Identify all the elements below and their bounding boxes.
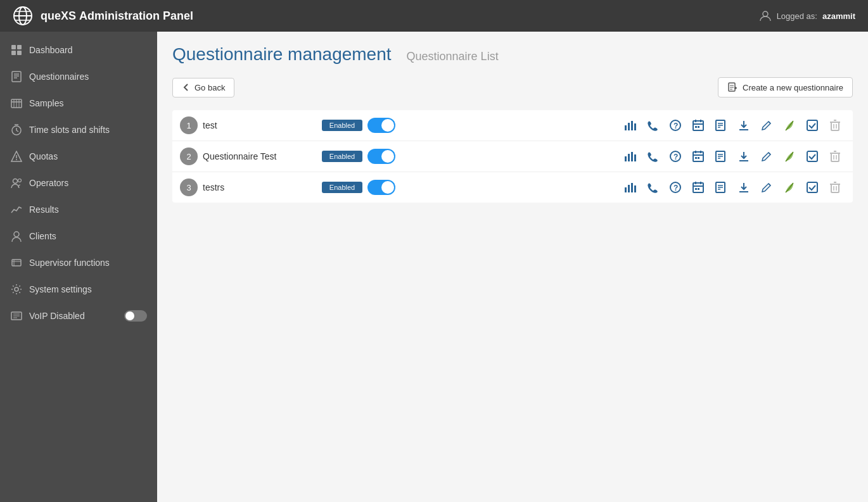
operators-icon <box>10 177 23 189</box>
stats-icon[interactable] <box>620 177 640 198</box>
help-icon[interactable]: ? <box>665 177 686 198</box>
sidebar-item-operators[interactable]: Operators <box>0 170 157 196</box>
header-left: queXS Administration Panel <box>13 6 193 26</box>
svg-line-108 <box>769 184 770 185</box>
download-icon[interactable] <box>734 115 754 135</box>
questionnaire-name: Questionnaire Test <box>203 151 317 161</box>
delete-icon[interactable] <box>825 146 845 166</box>
sidebar-item-dashboard[interactable]: Dashboard <box>0 37 157 63</box>
svg-rect-46 <box>634 123 636 130</box>
checkbox-icon[interactable] <box>802 177 822 198</box>
leaf-icon[interactable] <box>779 115 800 135</box>
svg-rect-93 <box>631 183 633 192</box>
svg-rect-68 <box>628 154 630 161</box>
user-icon <box>759 9 772 22</box>
download-icon[interactable] <box>734 177 754 198</box>
help-icon[interactable]: ? <box>665 146 686 166</box>
notes-icon[interactable] <box>711 115 731 135</box>
questionnaire-name: testrs <box>203 182 317 192</box>
sidebar-item-label: System settings <box>29 284 147 294</box>
svg-rect-54 <box>698 126 699 128</box>
toolbar: Go back Create a new questionnaire <box>172 77 853 97</box>
phone-icon[interactable] <box>642 177 663 198</box>
questionnaire-list: 1 test Enabled <box>172 110 853 203</box>
svg-rect-8 <box>11 51 16 55</box>
svg-line-60 <box>769 122 770 123</box>
active-toggle[interactable] <box>367 149 395 164</box>
sidebar-item-label: Operators <box>29 178 147 188</box>
notes-icon[interactable] <box>711 177 731 198</box>
sidebar: Dashboard Questionnaires <box>0 32 157 502</box>
svg-rect-67 <box>625 156 627 161</box>
sidebar-item-label: Dashboard <box>29 45 147 55</box>
svg-rect-77 <box>695 157 697 159</box>
sidebar-item-label: VoIP Disabled <box>29 311 118 321</box>
svg-text:?: ? <box>673 122 678 130</box>
svg-rect-70 <box>634 154 636 161</box>
create-questionnaire-button[interactable]: Create a new questionnaire <box>718 77 853 97</box>
svg-rect-6 <box>11 45 16 49</box>
svg-rect-49 <box>693 121 703 130</box>
sidebar-item-timeslots[interactable]: Time slots and shifts <box>0 116 157 143</box>
page-header: Questionnaire management Questionnaire L… <box>172 44 853 65</box>
edit-icon[interactable] <box>756 115 777 135</box>
calendar-icon[interactable] <box>688 146 708 166</box>
svg-line-21 <box>16 130 18 132</box>
svg-rect-94 <box>634 185 636 192</box>
active-toggle[interactable] <box>367 118 395 133</box>
sidebar-item-samples[interactable]: Samples <box>0 90 157 116</box>
edit-icon[interactable] <box>756 177 777 198</box>
checkbox-icon[interactable] <box>802 146 822 166</box>
questionnaire-name: test <box>203 120 317 130</box>
svg-rect-45 <box>631 121 633 130</box>
sidebar-item-supervisor[interactable]: Supervisor functions <box>0 249 157 276</box>
checkbox-icon[interactable] <box>802 115 822 135</box>
delete-icon[interactable] <box>825 115 845 135</box>
sidebar-item-quotas[interactable]: Quotas <box>0 143 157 170</box>
notes-icon[interactable] <box>711 146 731 166</box>
sidebar-item-results[interactable]: Results <box>0 196 157 223</box>
quotas-icon <box>10 150 23 163</box>
svg-rect-44 <box>628 123 630 130</box>
svg-rect-86 <box>831 153 839 161</box>
phone-icon[interactable] <box>642 115 663 135</box>
svg-rect-91 <box>625 187 627 192</box>
svg-rect-53 <box>695 126 697 128</box>
sidebar-item-label: Quotas <box>29 151 147 161</box>
edit-icon[interactable] <box>756 146 777 166</box>
chevron-left-icon <box>182 83 191 92</box>
sidebar-item-label: Supervisor functions <box>29 258 147 268</box>
svg-point-5 <box>763 11 768 16</box>
sidebar-item-voip[interactable]: VoIP Disabled <box>0 303 157 329</box>
help-icon[interactable]: ? <box>665 115 686 135</box>
svg-rect-10 <box>12 72 21 82</box>
row-number: 3 <box>180 179 198 196</box>
svg-rect-109 <box>807 182 817 192</box>
delete-icon[interactable] <box>825 177 845 198</box>
svg-point-26 <box>13 179 18 184</box>
action-icons: ? <box>400 146 845 166</box>
sidebar-item-questionnaires[interactable]: Questionnaires <box>0 63 157 90</box>
svg-point-25 <box>16 159 17 160</box>
phone-icon[interactable] <box>642 146 663 166</box>
svg-rect-29 <box>12 260 21 266</box>
svg-rect-101 <box>695 188 697 190</box>
svg-point-27 <box>18 179 22 182</box>
voip-toggle[interactable] <box>124 310 147 322</box>
action-icons: ? <box>400 177 845 198</box>
leaf-icon[interactable] <box>779 177 800 198</box>
sidebar-item-clients[interactable]: Clients <box>0 223 157 249</box>
stats-icon[interactable] <box>620 115 640 135</box>
active-toggle[interactable] <box>367 180 395 195</box>
document-icon <box>727 82 737 92</box>
download-icon[interactable] <box>734 146 754 166</box>
go-back-button[interactable]: Go back <box>172 78 234 97</box>
status-badge: Enabled <box>322 120 362 131</box>
table-row: 1 test Enabled <box>172 110 853 141</box>
calendar-icon[interactable] <box>688 177 708 198</box>
stats-icon[interactable] <box>620 146 640 166</box>
calendar-icon[interactable] <box>688 115 708 135</box>
leaf-icon[interactable] <box>779 146 800 166</box>
sidebar-item-system[interactable]: System settings <box>0 276 157 303</box>
supervisor-icon <box>10 256 23 269</box>
